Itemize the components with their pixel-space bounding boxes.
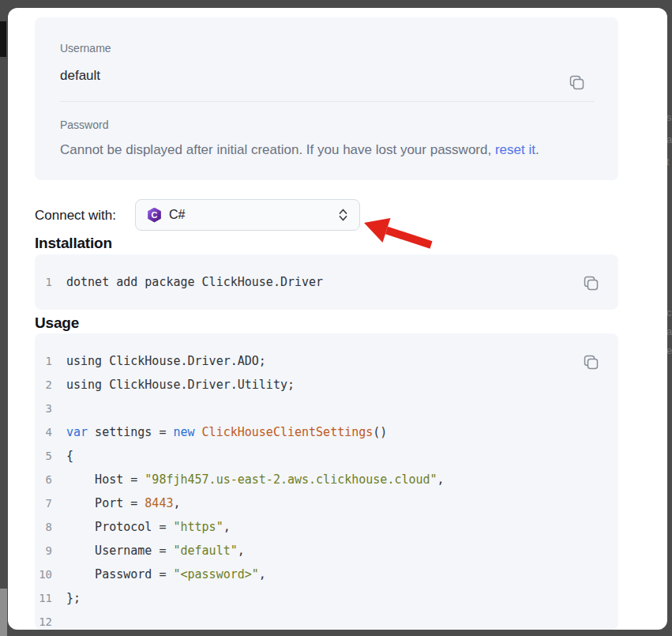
line-number: 8 [35, 521, 66, 533]
code-line: 3 [35, 397, 618, 420]
divider [60, 101, 595, 102]
occluded-background-element [0, 21, 6, 57]
usage-code: 1using ClickHouse.Driver.ADO;2using Clic… [35, 333, 618, 630]
code-line: 1using ClickHouse.Driver.ADO; [35, 349, 618, 373]
code-line: 10 Password = "<password>", [35, 563, 618, 586]
code-line: 7 Port = 8443, [35, 491, 618, 515]
code-line: 11}; [35, 586, 618, 610]
occluded-background-scrollbar [0, 589, 7, 636]
password-help-text: Cannot be displayed after initial creati… [60, 142, 539, 158]
code-text: Protocol = "https", [66, 520, 231, 534]
credentials-card: Username default Password Cannot be disp… [35, 17, 618, 180]
selected-language: C# [169, 208, 331, 222]
password-help-prefix: Cannot be displayed after initial creati… [60, 142, 495, 157]
code-text: Username = "default", [66, 544, 245, 558]
copy-icon [566, 73, 587, 93]
copy-installation-code-button[interactable] [580, 273, 601, 294]
code-text: dotnet add package ClickHouse.Driver [66, 275, 323, 289]
code-text: { [66, 449, 73, 463]
copy-icon [580, 273, 601, 294]
line-number: 1 [35, 355, 66, 367]
username-value: default [60, 68, 100, 84]
connect-with-label: Connect with: [35, 208, 116, 224]
password-help-suffix: . [535, 142, 539, 157]
code-line: 2using ClickHouse.Driver.Utility; [35, 373, 618, 397]
background-text-fragment: e [666, 344, 672, 356]
code-text: Port = 8443, [66, 496, 181, 510]
copy-icon [580, 352, 601, 373]
background-text-fragment: a [666, 326, 672, 337]
code-line: 8 Protocol = "https", [35, 515, 618, 539]
csharp-logo-icon: C [147, 208, 162, 223]
line-number: 9 [35, 544, 66, 557]
installation-code-block: 1dotnet add package ClickHouse.Driver [35, 254, 618, 310]
code-line: 12 [35, 610, 618, 630]
line-number: 5 [35, 450, 66, 462]
code-text: Host = "98fjh457.us-east-2.aws.clickhous… [66, 472, 445, 487]
code-line: 4var settings = new ClickHouseClientSett… [35, 420, 618, 444]
line-number: 3 [35, 402, 66, 415]
line-number: 4 [35, 426, 66, 438]
line-number: 2 [35, 378, 66, 391]
code-text: Password = "<password>", [66, 567, 266, 581]
password-label: Password [60, 119, 108, 131]
reset-password-link[interactable]: reset it [495, 142, 535, 157]
line-number: 7 [35, 497, 66, 510]
background-text-fragment: a [666, 134, 672, 145]
code-text: using ClickHouse.Driver.Utility; [66, 378, 295, 392]
code-line: 9 Username = "default", [35, 539, 618, 563]
line-number: 12 [35, 615, 66, 628]
connection-modal: Username default Password Cannot be disp… [8, 8, 667, 630]
usage-heading: Usage [35, 314, 79, 332]
red-arrow-annotation [362, 212, 434, 253]
code-line: 6 Host = "98fjh457.us-east-2.aws.clickho… [35, 468, 618, 491]
installation-code: 1dotnet add package ClickHouse.Driver [35, 254, 618, 294]
chevron-up-down-icon [338, 207, 348, 223]
code-text: var settings = new ClickHouseClientSetti… [66, 425, 387, 439]
copy-username-button[interactable] [566, 73, 587, 93]
installation-heading: Installation [35, 235, 112, 252]
usage-code-block: 1using ClickHouse.Driver.ADO;2using Clic… [35, 333, 618, 630]
line-number: 6 [35, 473, 66, 486]
line-number: 11 [35, 592, 66, 604]
language-select-dropdown[interactable]: C C# [135, 199, 360, 231]
code-text: using ClickHouse.Driver.ADO; [66, 354, 266, 368]
copy-usage-code-button[interactable] [580, 352, 601, 373]
code-text: }; [66, 591, 81, 605]
line-number: 10 [35, 568, 66, 581]
code-line: 5{ [35, 444, 618, 468]
username-label: Username [60, 42, 111, 55]
code-line: 1dotnet add package ClickHouse.Driver [35, 270, 618, 294]
line-number: 1 [35, 276, 66, 288]
